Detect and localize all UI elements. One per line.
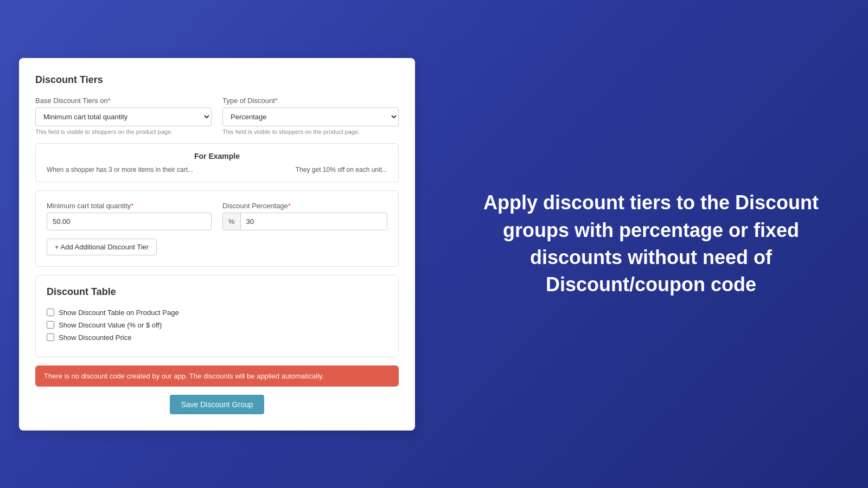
discount-tiers-section: Discount Tiers Base Discount Tiers on* M… [35,74,399,182]
checkbox-show-table[interactable] [47,309,54,316]
checkbox-show-value[interactable] [47,321,54,329]
base-discount-select[interactable]: Minimum cart total quantity Minimum cart… [35,107,212,126]
checkbox-3-label: Show Discounted Price [59,333,131,342]
percentage-input-wrapper: % [222,213,387,230]
type-of-discount-hint: This field is visible to shoppers on the… [222,129,399,135]
tier-min-group: Minimum cart total quantity* [47,202,212,230]
discount-tiers-title: Discount Tiers [35,74,399,86]
tier-discount-group: Discount Percentage* % [222,202,387,230]
add-tier-button[interactable]: + Add Additional Discount Tier [47,239,157,255]
promo-text: Apply discount tiers to the Discount gro… [467,189,835,299]
example-row: When a shopper has 3 or more items in th… [47,166,387,174]
checkbox-1-label: Show Discount Table on Product Page [59,309,179,317]
example-box: For Example When a shopper has 3 or more… [35,143,399,182]
base-discount-label: Base Discount Tiers on* [35,97,212,105]
tier-discount-label: Discount Percentage* [222,202,387,210]
left-panel: Discount Tiers Base Discount Tiers on* M… [0,0,434,488]
discount-table-title: Discount Table [47,286,387,298]
base-discount-group: Base Discount Tiers on* Minimum cart tot… [35,97,212,135]
type-of-discount-label: Type of Discount* [222,97,399,105]
percentage-prefix: % [223,213,241,230]
type-of-discount-group: Type of Discount* Percentage Fixed Amoun… [222,97,399,135]
tier-form-row: Minimum cart total quantity* Discount Pe… [47,202,387,230]
checkbox-group-3: Show Discounted Price [47,333,387,342]
tier-input-box: Minimum cart total quantity* Discount Pe… [35,190,399,267]
save-discount-group-button[interactable]: Save Discount Group [170,395,264,414]
main-card: Discount Tiers Base Discount Tiers on* M… [19,58,415,431]
tier-discount-input[interactable] [241,213,387,230]
base-discount-hint: This field is visible to shoppers on the… [35,129,212,135]
tier-min-label: Minimum cart total quantity* [47,202,212,210]
checkbox-2-label: Show Discount Value (% or $ off) [59,321,162,329]
alert-box: There is no discount code created by our… [35,365,399,387]
example-right-text: They get 10% off on each unit... [296,166,387,174]
checkbox-group-2: Show Discount Value (% or $ off) [47,321,387,329]
alert-text: There is no discount code created by our… [44,372,324,380]
tier-min-input[interactable] [47,213,212,230]
example-title: For Example [47,152,387,160]
type-of-discount-select[interactable]: Percentage Fixed Amount [222,107,399,126]
discount-table-section: Discount Table Show Discount Table on Pr… [35,275,399,357]
checkbox-group-1: Show Discount Table on Product Page [47,309,387,317]
right-panel: Apply discount tiers to the Discount gro… [434,168,868,320]
checkbox-show-discounted[interactable] [47,333,54,341]
example-left-text: When a shopper has 3 or more items in th… [47,166,193,174]
base-discount-row: Base Discount Tiers on* Minimum cart tot… [35,97,399,135]
